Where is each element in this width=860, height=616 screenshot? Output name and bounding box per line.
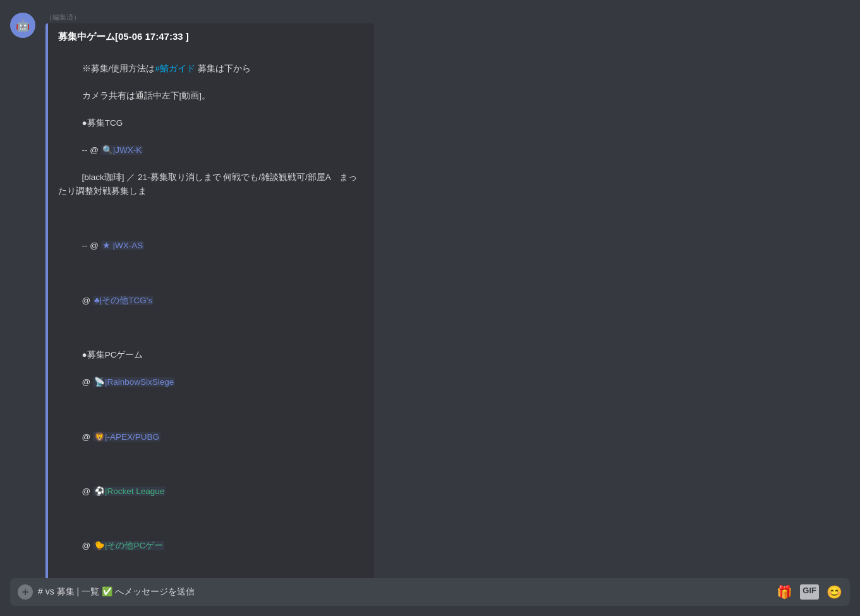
embed1-title: 募集中ゲーム[05-06 17:47:33 ] bbox=[58, 31, 364, 43]
input-icons: 🎁 GIF 😊 bbox=[777, 584, 842, 600]
mention-other-pc[interactable]: 🐤|その他PCゲー bbox=[93, 541, 164, 550]
mention-jwx-k[interactable]: 🔍|JWX-K bbox=[101, 145, 143, 155]
embed1-body: ※募集/使用方法は#鯖ガイド 募集は下から カメラ共有は通話中左下[動画]。 ●… bbox=[58, 48, 364, 578]
mention-apex[interactable]: 🦁|-APEX/PUBG bbox=[93, 432, 160, 442]
input-bar: + # vs 募集 | 一覧 ✅ へメッセージを送信 🎁 GIF 😊 bbox=[10, 578, 850, 606]
mention-wx-as[interactable]: ★ |WX-AS bbox=[101, 241, 145, 250]
message-content-embed1: （編集済） 募集中ゲーム[05-06 17:47:33 ] ※募集/使用方法は#… bbox=[45, 13, 850, 578]
add-button[interactable]: + bbox=[18, 584, 33, 600]
mention-tcg[interactable]: ♣|その他TCG's bbox=[93, 296, 154, 305]
bot-avatar: 🤖 bbox=[10, 13, 35, 38]
channel-name: # vs 募集 | 一覧 ✅ bbox=[38, 586, 112, 596]
message-group-embed1: 🤖 （編集済） 募集中ゲーム[05-06 17:47:33 ] ※募集/使用方法… bbox=[0, 10, 860, 578]
mention-r6s[interactable]: 📡|RainbowSixSiege bbox=[93, 377, 175, 387]
mention-rocket-league[interactable]: ⚽|Rocket League bbox=[93, 486, 166, 496]
embed1-notice: ※募集/使用方法は bbox=[82, 64, 155, 73]
emoji-icon[interactable]: 😊 bbox=[827, 584, 842, 600]
gif-icon[interactable]: GIF bbox=[800, 584, 819, 600]
embed1-guide-link[interactable]: #鯖ガイド bbox=[155, 64, 195, 73]
gift-icon[interactable]: 🎁 bbox=[777, 584, 792, 600]
edit-label-1: （編集済） bbox=[45, 13, 850, 22]
channel-label: # vs 募集 | 一覧 ✅ へメッセージを送信 bbox=[38, 586, 772, 598]
chat-area: 🤖 （編集済） 募集中ゲーム[05-06 17:47:33 ] ※募集/使用方法… bbox=[0, 0, 860, 578]
embed-box-1: 募集中ゲーム[05-06 17:47:33 ] ※募集/使用方法は#鯖ガイド 募… bbox=[45, 23, 374, 578]
